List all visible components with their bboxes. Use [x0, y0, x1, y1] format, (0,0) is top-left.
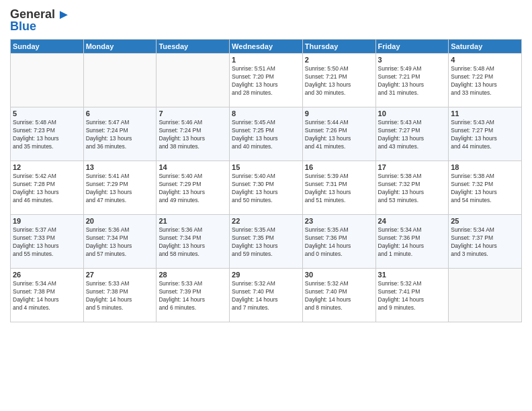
day-info: Sunrise: 5:38 AM Sunset: 7:32 PM Dayligh…: [451, 173, 519, 205]
calendar-cell: 29Sunrise: 5:32 AM Sunset: 7:40 PM Dayli…: [230, 269, 303, 322]
day-number: 8: [232, 109, 300, 118]
day-number: 1: [232, 56, 300, 64]
calendar-cell: [11, 54, 84, 107]
calendar-cell: 17Sunrise: 5:38 AM Sunset: 7:32 PM Dayli…: [375, 161, 449, 215]
day-info: Sunrise: 5:50 AM Sunset: 7:21 PM Dayligh…: [305, 65, 373, 97]
week-row-2: 5Sunrise: 5:48 AM Sunset: 7:23 PM Daylig…: [11, 107, 522, 161]
day-info: Sunrise: 5:32 AM Sunset: 7:41 PM Dayligh…: [378, 280, 447, 312]
week-row-5: 26Sunrise: 5:34 AM Sunset: 7:38 PM Dayli…: [11, 269, 522, 322]
calendar-cell: 9Sunrise: 5:44 AM Sunset: 7:26 PM Daylig…: [302, 107, 375, 161]
day-number: 28: [159, 271, 227, 279]
weekday-header-thursday: Thursday: [302, 40, 375, 54]
calendar-cell: 4Sunrise: 5:48 AM Sunset: 7:22 PM Daylig…: [449, 54, 522, 107]
day-number: 14: [159, 163, 227, 171]
day-info: Sunrise: 5:33 AM Sunset: 7:38 PM Dayligh…: [86, 280, 154, 312]
calendar-cell: 22Sunrise: 5:35 AM Sunset: 7:35 PM Dayli…: [230, 215, 303, 269]
day-number: 12: [13, 163, 81, 171]
day-number: 29: [232, 271, 300, 279]
calendar-cell: 23Sunrise: 5:35 AM Sunset: 7:36 PM Dayli…: [302, 215, 375, 269]
day-info: Sunrise: 5:37 AM Sunset: 7:33 PM Dayligh…: [13, 226, 81, 259]
day-number: 21: [159, 217, 227, 225]
day-info: Sunrise: 5:40 AM Sunset: 7:29 PM Dayligh…: [159, 173, 227, 205]
day-number: 17: [378, 163, 447, 171]
day-number: 25: [451, 217, 519, 225]
day-number: 20: [86, 217, 154, 225]
calendar-table: SundayMondayTuesdayWednesdayThursdayFrid…: [10, 39, 522, 322]
day-info: Sunrise: 5:38 AM Sunset: 7:32 PM Dayligh…: [378, 173, 447, 205]
day-info: Sunrise: 5:41 AM Sunset: 7:29 PM Dayligh…: [86, 173, 154, 205]
calendar-cell: 18Sunrise: 5:38 AM Sunset: 7:32 PM Dayli…: [449, 161, 522, 215]
logo-blue-text: Blue: [10, 19, 36, 34]
day-number: 19: [13, 217, 81, 225]
day-info: Sunrise: 5:48 AM Sunset: 7:22 PM Dayligh…: [451, 65, 519, 97]
day-number: 9: [305, 109, 373, 118]
calendar-cell: 7Sunrise: 5:46 AM Sunset: 7:24 PM Daylig…: [157, 107, 230, 161]
day-info: Sunrise: 5:43 AM Sunset: 7:27 PM Dayligh…: [451, 119, 519, 151]
calendar-cell: 5Sunrise: 5:48 AM Sunset: 7:23 PM Daylig…: [11, 107, 84, 161]
day-info: Sunrise: 5:35 AM Sunset: 7:35 PM Dayligh…: [232, 226, 300, 259]
calendar-cell: 1Sunrise: 5:51 AM Sunset: 7:20 PM Daylig…: [230, 54, 303, 107]
calendar-cell: 10Sunrise: 5:43 AM Sunset: 7:27 PM Dayli…: [375, 107, 449, 161]
day-info: Sunrise: 5:44 AM Sunset: 7:26 PM Dayligh…: [305, 119, 373, 151]
calendar-cell: 28Sunrise: 5:33 AM Sunset: 7:39 PM Dayli…: [157, 269, 230, 322]
day-info: Sunrise: 5:34 AM Sunset: 7:37 PM Dayligh…: [451, 226, 519, 259]
day-info: Sunrise: 5:32 AM Sunset: 7:40 PM Dayligh…: [232, 280, 300, 312]
day-number: 16: [305, 163, 373, 171]
calendar-cell: 26Sunrise: 5:34 AM Sunset: 7:38 PM Dayli…: [11, 269, 84, 322]
day-info: Sunrise: 5:48 AM Sunset: 7:23 PM Dayligh…: [13, 119, 81, 151]
day-number: 26: [13, 271, 81, 279]
day-number: 6: [86, 109, 154, 118]
day-number: 31: [378, 271, 447, 279]
day-number: 15: [232, 163, 300, 171]
day-number: 30: [305, 271, 373, 279]
day-info: Sunrise: 5:40 AM Sunset: 7:30 PM Dayligh…: [232, 173, 300, 205]
day-number: 11: [451, 109, 519, 118]
day-number: 10: [378, 109, 447, 118]
day-number: 27: [86, 271, 154, 279]
calendar-cell: [157, 54, 230, 107]
day-number: 2: [305, 56, 373, 64]
calendar-cell: 11Sunrise: 5:43 AM Sunset: 7:27 PM Dayli…: [449, 107, 522, 161]
day-number: 23: [305, 217, 373, 225]
weekday-header-sunday: Sunday: [11, 40, 84, 54]
week-row-3: 12Sunrise: 5:42 AM Sunset: 7:28 PM Dayli…: [11, 161, 522, 215]
day-info: Sunrise: 5:36 AM Sunset: 7:34 PM Dayligh…: [159, 226, 227, 259]
calendar-cell: 6Sunrise: 5:47 AM Sunset: 7:24 PM Daylig…: [83, 107, 157, 161]
calendar-cell: 8Sunrise: 5:45 AM Sunset: 7:25 PM Daylig…: [230, 107, 303, 161]
day-info: Sunrise: 5:47 AM Sunset: 7:24 PM Dayligh…: [86, 119, 154, 151]
logo-bird-icon: ►: [57, 7, 71, 22]
day-info: Sunrise: 5:32 AM Sunset: 7:40 PM Dayligh…: [305, 280, 373, 312]
day-number: 7: [159, 109, 227, 118]
calendar-cell: 15Sunrise: 5:40 AM Sunset: 7:30 PM Dayli…: [230, 161, 303, 215]
weekday-header-saturday: Saturday: [449, 40, 522, 54]
day-number: 24: [378, 217, 447, 225]
weekday-header-row: SundayMondayTuesdayWednesdayThursdayFrid…: [11, 40, 522, 54]
day-number: 4: [451, 56, 519, 64]
day-info: Sunrise: 5:42 AM Sunset: 7:28 PM Dayligh…: [13, 173, 81, 205]
week-row-4: 19Sunrise: 5:37 AM Sunset: 7:33 PM Dayli…: [11, 215, 522, 269]
day-number: 13: [86, 163, 154, 171]
day-number: 22: [232, 217, 300, 225]
calendar-cell: 16Sunrise: 5:39 AM Sunset: 7:31 PM Dayli…: [302, 161, 375, 215]
day-info: Sunrise: 5:34 AM Sunset: 7:38 PM Dayligh…: [13, 280, 81, 312]
calendar-cell: 25Sunrise: 5:34 AM Sunset: 7:37 PM Dayli…: [449, 215, 522, 269]
calendar-cell: 3Sunrise: 5:49 AM Sunset: 7:21 PM Daylig…: [375, 54, 449, 107]
calendar-cell: [83, 54, 157, 107]
weekday-header-monday: Monday: [83, 40, 157, 54]
calendar-cell: [449, 269, 522, 322]
weekday-header-friday: Friday: [375, 40, 449, 54]
week-row-1: 1Sunrise: 5:51 AM Sunset: 7:20 PM Daylig…: [11, 54, 522, 107]
day-info: Sunrise: 5:49 AM Sunset: 7:21 PM Dayligh…: [378, 65, 447, 97]
day-number: 5: [13, 109, 81, 118]
day-info: Sunrise: 5:33 AM Sunset: 7:39 PM Dayligh…: [159, 280, 227, 312]
day-info: Sunrise: 5:36 AM Sunset: 7:34 PM Dayligh…: [86, 226, 154, 259]
calendar-cell: 31Sunrise: 5:32 AM Sunset: 7:41 PM Dayli…: [375, 269, 449, 322]
day-info: Sunrise: 5:39 AM Sunset: 7:31 PM Dayligh…: [305, 173, 373, 205]
calendar-cell: 30Sunrise: 5:32 AM Sunset: 7:40 PM Dayli…: [302, 269, 375, 322]
header: General ► Blue: [10, 7, 522, 34]
calendar-cell: 12Sunrise: 5:42 AM Sunset: 7:28 PM Dayli…: [11, 161, 84, 215]
logo: General ► Blue: [10, 7, 71, 34]
day-number: 18: [451, 163, 519, 171]
calendar-cell: 19Sunrise: 5:37 AM Sunset: 7:33 PM Dayli…: [11, 215, 84, 269]
calendar-cell: 2Sunrise: 5:50 AM Sunset: 7:21 PM Daylig…: [302, 54, 375, 107]
